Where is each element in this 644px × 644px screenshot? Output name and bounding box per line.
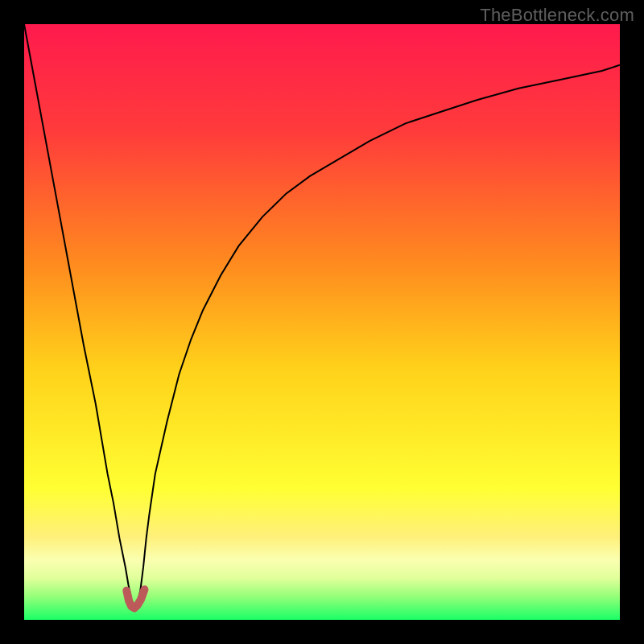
line-layer (24, 24, 620, 620)
chart-frame: TheBottleneck.com (0, 0, 644, 644)
highlight-series (126, 589, 144, 608)
curve-series (24, 24, 620, 607)
plot-area (24, 24, 620, 620)
watermark-text: TheBottleneck.com (480, 5, 634, 26)
